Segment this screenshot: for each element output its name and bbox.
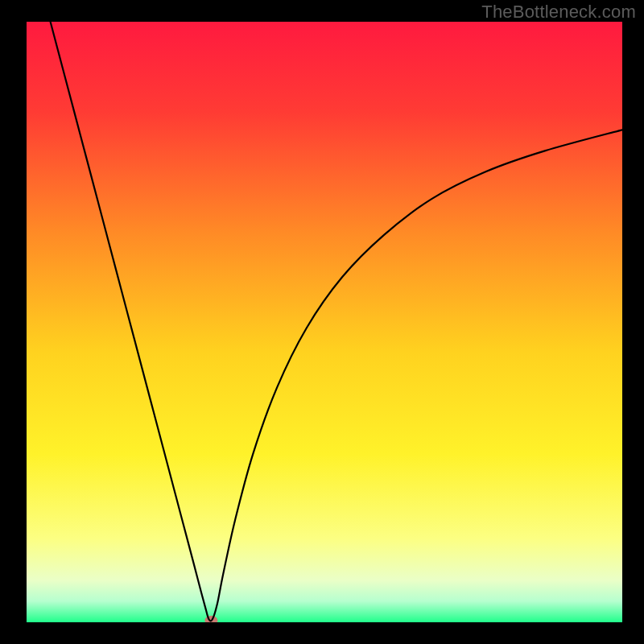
watermark-text: TheBottleneck.com <box>481 2 636 23</box>
chart-svg <box>27 22 622 622</box>
chart-frame: TheBottleneck.com <box>0 0 644 644</box>
chart-plot-area <box>27 22 622 622</box>
gradient-background <box>27 22 622 622</box>
